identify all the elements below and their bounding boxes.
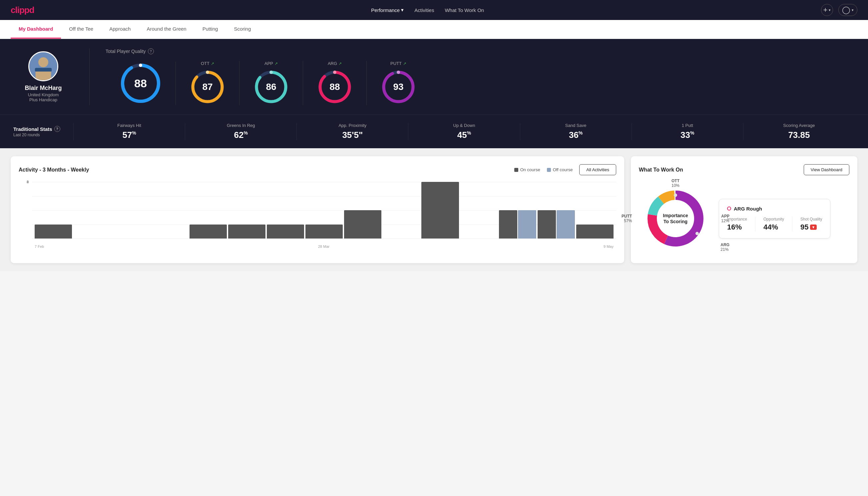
svg-point-23 [674, 193, 677, 197]
add-button[interactable]: + ▾ [821, 4, 833, 16]
svg-point-1 [38, 57, 48, 67]
tab-putting[interactable]: Putting [194, 20, 226, 38]
divider [89, 48, 90, 105]
bar-on-course [190, 224, 227, 239]
grid-line-0 [32, 238, 616, 239]
putt-label: PUTT ↗ [390, 61, 406, 66]
bar-group [267, 182, 304, 238]
svg-point-24 [695, 232, 699, 235]
app-score-card: APP ↗ 86 [239, 61, 303, 105]
metric-divider-1 [755, 217, 755, 232]
nav-activities[interactable]: Activities [414, 7, 434, 13]
bar-group [421, 182, 459, 238]
all-activities-button[interactable]: All Activities [579, 164, 616, 175]
info-card: ARG Rough Importance 16% Opportunity 44%… [719, 199, 830, 238]
quality-circles: 88 OTT ↗ 87 [106, 61, 855, 105]
app-segment-label: APP 12% [721, 214, 729, 223]
work-on-content: Importance To Scoring OTT 10% APP 12% AR… [639, 182, 849, 255]
work-on-donut: Importance To Scoring [639, 182, 712, 255]
bar-on-course [267, 224, 304, 239]
stat-sand-save: Sand Save 36% [520, 123, 632, 140]
logo[interactable]: clippd [11, 5, 34, 15]
nav-what-to-work-on[interactable]: What To Work On [445, 7, 484, 13]
x-label-may: 9 May [603, 245, 614, 248]
chart-area: 4 3 2 1 0 7 Feb 28 Mar 9 [19, 182, 616, 248]
ott-label: OTT ↗ [201, 61, 214, 66]
stats-help-icon[interactable]: ? [54, 126, 60, 132]
plus-icon: + [823, 6, 828, 14]
user-menu-button[interactable]: ◯ ▾ [838, 4, 857, 16]
stat-fairways-hit: Fairways Hit 57% [73, 123, 185, 140]
metric-divider-2 [792, 217, 792, 232]
help-icon[interactable]: ? [148, 48, 154, 54]
bar-group [35, 182, 72, 238]
ott-trend-icon: ↗ [211, 61, 214, 66]
bar-group [576, 182, 614, 238]
arg-label: ARG ↗ [328, 61, 342, 66]
metric-shot-quality: Shot Quality 95 ▼ [800, 217, 822, 232]
user-icon: ◯ [842, 6, 850, 14]
svg-rect-3 [35, 68, 52, 72]
activity-panel-header: Activity - 3 Months - Weekly On course O… [19, 164, 616, 175]
quality-title: Total Player Quality ? [106, 48, 855, 54]
view-dashboard-button[interactable]: View Dashboard [804, 164, 849, 175]
tab-off-the-tee[interactable]: Off the Tee [61, 20, 101, 38]
tab-approach[interactable]: Approach [101, 20, 139, 38]
putt-segment-label: PUTT 57% [621, 214, 632, 223]
putt-score-card: PUTT ↗ 93 [367, 61, 430, 105]
stats-subtitle: Last 20 rounds [13, 133, 73, 137]
bar-on-course [344, 210, 381, 238]
info-card-dot [727, 206, 731, 211]
bottom-panels: Activity - 3 Months - Weekly On course O… [0, 148, 868, 271]
svg-point-12 [269, 71, 273, 74]
stat-up-down: Up & Down 45% [408, 123, 520, 140]
info-metrics: Importance 16% Opportunity 44% Shot Qual… [727, 217, 822, 232]
putt-trend-icon: ↗ [403, 61, 406, 66]
tab-scoring[interactable]: Scoring [226, 20, 259, 38]
legend-off-course: Off course [547, 167, 573, 172]
activity-panel: Activity - 3 Months - Weekly On course O… [11, 156, 624, 263]
x-label-mar: 28 Mar [318, 245, 329, 248]
bar-group [228, 182, 266, 238]
bar-on-course [499, 210, 517, 238]
ott-donut: 87 [189, 68, 226, 105]
app-label: APP ↗ [265, 61, 278, 66]
player-country: United Kingdom [28, 92, 59, 97]
bar-group [190, 182, 227, 238]
bar-on-course [35, 224, 72, 239]
metric-importance: Importance 16% [727, 217, 747, 232]
bar-group [383, 182, 420, 238]
stats-bar: Traditional Stats ? Last 20 rounds Fairw… [0, 114, 868, 148]
stats-label-group: Traditional Stats ? Last 20 rounds [13, 126, 73, 137]
bar-group [344, 182, 381, 238]
bar-off-course [518, 210, 536, 238]
y-label-0: 0 [19, 180, 29, 184]
bars-container [32, 182, 616, 238]
arg-donut: 88 [316, 68, 353, 105]
bar-on-course [421, 182, 459, 238]
work-on-donut-container: Importance To Scoring OTT 10% APP 12% AR… [639, 182, 712, 255]
top-nav: clippd Performance ▾ Activities What To … [0, 0, 868, 20]
nav-links: Performance ▾ Activities What To Work On [371, 7, 484, 13]
bar-group [499, 182, 536, 238]
ott-segment-label: OTT 10% [672, 179, 679, 188]
svg-point-6 [139, 64, 142, 67]
player-name: Blair McHarg [25, 84, 62, 92]
arg-trend-icon: ↗ [338, 61, 342, 66]
work-on-header: What To Work On View Dashboard [639, 164, 849, 175]
tab-my-dashboard[interactable]: My Dashboard [11, 20, 61, 38]
arg-segment-label: ARG 21% [721, 243, 729, 252]
app-trend-icon: ↗ [274, 61, 278, 66]
ott-score-value: 87 [202, 82, 212, 92]
stats-title: Traditional Stats ? [13, 126, 73, 132]
chevron-down-icon-add: ▾ [829, 8, 831, 12]
player-info: Blair McHarg United Kingdom Plus Handica… [13, 51, 73, 102]
quality-section: Total Player Quality ? 88 [106, 48, 855, 105]
player-handicap: Plus Handicap [29, 97, 57, 102]
tab-around-the-green[interactable]: Around the Green [139, 20, 194, 38]
app-score-value: 86 [266, 82, 276, 92]
app-donut: 86 [253, 68, 289, 105]
stat-greens-in-reg: Greens In Reg 62% [185, 123, 297, 140]
nav-performance[interactable]: Performance ▾ [371, 7, 404, 13]
bar-group [460, 182, 498, 238]
